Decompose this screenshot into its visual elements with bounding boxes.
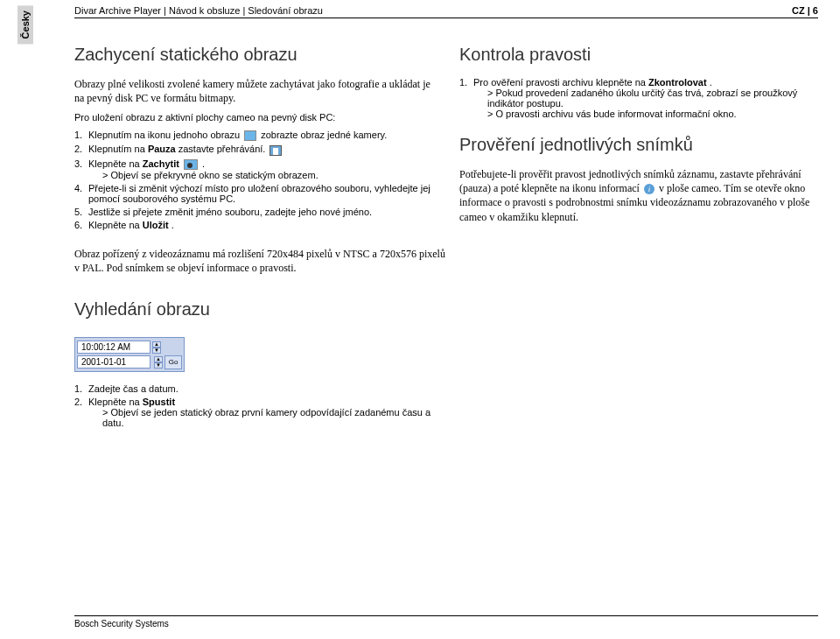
search-step-2-sub: > Objeví se jeden statický obraz první k… xyxy=(102,407,451,428)
intro-text: Obrazy plné velikosti zvolené kamery můž… xyxy=(74,77,433,105)
pause-icon xyxy=(270,145,282,156)
single-view-icon xyxy=(244,130,256,141)
left-column: Zachycení statického obrazu Obrazy plné … xyxy=(74,45,433,233)
search-step-2: 2. Klepněte na Spustit > Objeví se jeden… xyxy=(74,397,451,428)
auth-sub-2: > O pravosti archivu vás bude informovat… xyxy=(487,109,818,119)
time-field[interactable]: 10:00:12 AM xyxy=(77,341,150,354)
language-tab: Česky xyxy=(18,5,33,44)
date-field[interactable]: 2001-01-01 xyxy=(77,355,150,369)
step-5: 5. Jestliže si přejete změnit jméno soub… xyxy=(74,207,433,217)
step-3-sub: > Objeví se překryvné okno se statickým … xyxy=(102,170,433,180)
search-widget: 10:00:12 AM ▲▼ 2001-01-01 ▲▼ Go xyxy=(74,337,185,372)
two-column-layout: Zachycení statického obrazu Obrazy plné … xyxy=(74,45,818,233)
capture-icon xyxy=(184,159,198,170)
time-spinner[interactable]: ▲▼ xyxy=(152,341,161,354)
resolution-note: Obraz pořízený z videozáznamu má rozliše… xyxy=(74,247,451,275)
go-button[interactable]: Go xyxy=(164,355,182,369)
auth-step-1: 1. Pro ověření pravosti archivu klepněte… xyxy=(459,77,818,119)
verify-frames-text: Potřebujete-li prověřit pravost jednotli… xyxy=(459,167,818,224)
search-step-1: 1. Zadejte čas a datum. xyxy=(74,383,451,394)
lead-text: Pro uložení obrazu z aktivní plochy came… xyxy=(74,112,433,123)
heading-authenticity: Kontrola pravosti xyxy=(459,45,818,65)
full-width-section: Obraz pořízený z videozáznamu má rozliše… xyxy=(74,247,818,428)
page-header: Divar Archive Player | Návod k obsluze |… xyxy=(74,5,818,18)
date-spinner[interactable]: ▲▼ xyxy=(154,356,163,369)
heading-search: Vyhledání obrazu xyxy=(74,299,818,320)
heading-capture: Zachycení statického obrazu xyxy=(74,45,433,65)
heading-verify-frames: Prověření jednotlivých snímků xyxy=(459,135,818,155)
step-2: 2. Klepnutím na Pauza zastavte přehráván… xyxy=(74,144,433,155)
step-3: 3. Klepněte na Zachytit . > Objeví se př… xyxy=(74,158,433,180)
footer: Bosch Security Systems xyxy=(74,615,818,628)
step-4: 4. Přejete-li si změnit výchozí místo pr… xyxy=(74,183,433,204)
step-1: 1. Klepnutím na ikonu jednoho obrazu zob… xyxy=(74,130,433,141)
info-icon: i xyxy=(644,184,654,194)
step-6: 6. Klepněte na Uložit . xyxy=(74,220,433,230)
auth-sub-1: > Pokud provedení zadaného úkolu určitý … xyxy=(487,88,818,109)
page-number: CZ | 6 xyxy=(792,5,818,16)
page-body: Divar Archive Player | Návod k obsluze |… xyxy=(74,0,818,428)
breadcrumb: Divar Archive Player | Návod k obsluze |… xyxy=(74,5,323,16)
right-column: Kontrola pravosti 1. Pro ověření pravost… xyxy=(459,45,818,233)
